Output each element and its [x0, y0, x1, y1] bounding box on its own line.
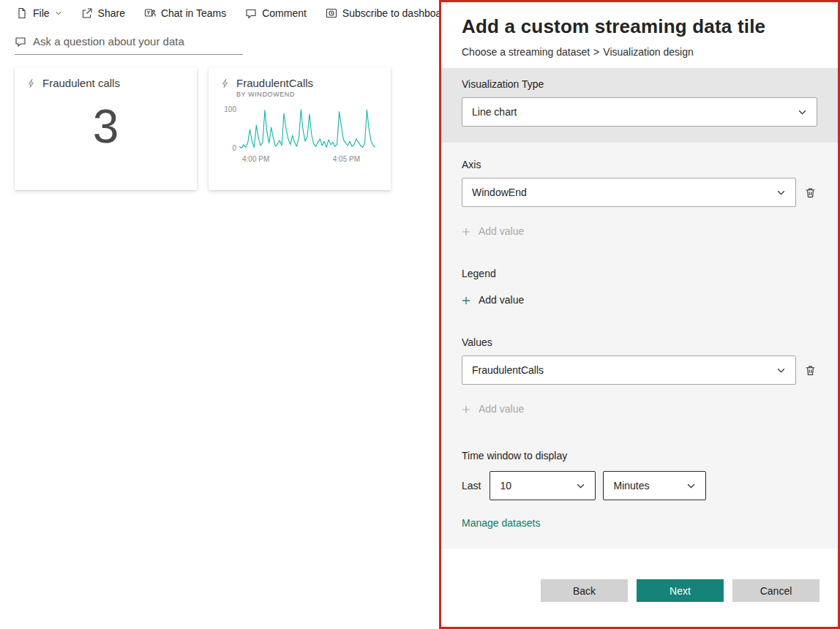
values-section: Values FraudulentCalls: [441, 336, 838, 415]
tile-subtitle: BY WINDOWEND: [236, 91, 379, 98]
legend-section: Legend Add value: [441, 268, 838, 306]
breadcrumb-step2: Visualization design: [603, 46, 694, 58]
panel-body: Visualization Type Line chart Axis Windo…: [441, 68, 838, 549]
values-remove-button[interactable]: [804, 364, 817, 377]
legend-add-value-button[interactable]: Add value: [462, 294, 524, 306]
x-axis-labels: 4:00 PM 4:05 PM: [242, 155, 379, 163]
tile-fraudulentcalls-chart[interactable]: FraudulentCalls BY WINDOWEND 100 0 4:00 …: [209, 67, 391, 190]
time-window-section: Time window to display Last 10 Minutes: [441, 450, 838, 530]
x-tick-start: 4:00 PM: [242, 155, 269, 163]
time-window-unit-value: Minutes: [613, 480, 649, 491]
toolbar-comment-label: Comment: [262, 7, 307, 19]
values-value: FraudulentCalls: [472, 364, 544, 376]
y-tick-max: 100: [224, 105, 236, 113]
chevron-down-icon: [55, 10, 62, 17]
axis-add-value-label: Add value: [479, 225, 524, 237]
axis-dropdown[interactable]: WindowEnd: [462, 178, 796, 207]
tile-card-value: 3: [26, 99, 185, 154]
plus-icon: [462, 404, 470, 413]
tile-fraudulent-calls[interactable]: Fraudulent calls 3: [15, 67, 197, 190]
toolbar-teams-button[interactable]: Chat in Teams: [144, 7, 226, 19]
panel-header: Add a custom streaming data tile Choose …: [441, 2, 838, 68]
cancel-button[interactable]: Cancel: [732, 579, 820, 602]
toolbar-file-label: File: [33, 7, 50, 19]
line-chart: 100 0: [220, 105, 379, 152]
legend-label: Legend: [462, 268, 817, 279]
toolbar: File Share Chat in Teams: [0, 0, 439, 26]
time-window-label: Time window to display: [462, 450, 817, 462]
y-tick-min: 0: [232, 144, 236, 152]
axis-add-value-button[interactable]: Add value: [462, 225, 524, 237]
share-icon: [81, 7, 93, 19]
visualization-type-section: Visualization Type Line chart: [441, 68, 838, 143]
next-button[interactable]: Next: [637, 579, 724, 602]
tile-title: Fraudulent calls: [42, 77, 120, 89]
toolbar-subscribe-label: Subscribe to dashboard: [342, 7, 451, 19]
sparkline-chart: [239, 105, 375, 152]
qa-search-box[interactable]: [15, 35, 243, 55]
toolbar-comment-button[interactable]: Comment: [245, 7, 307, 19]
chevron-down-icon: [576, 481, 585, 491]
qa-bubble-icon: [15, 36, 26, 48]
qa-input[interactable]: [33, 35, 243, 48]
tile-header: FraudulentCalls: [220, 77, 379, 89]
tile-title: FraudulentCalls: [236, 77, 313, 89]
trash-icon: [804, 364, 817, 377]
legend-add-value-label: Add value: [479, 294, 524, 306]
lightning-icon: [220, 78, 230, 88]
tile-header: Fraudulent calls: [26, 77, 185, 89]
subscribe-icon: [326, 7, 337, 19]
toolbar-subscribe-button[interactable]: Subscribe to dashboard: [326, 7, 451, 19]
breadcrumb: Choose a streaming dataset>Visualization…: [462, 46, 817, 58]
panel-footer: Back Next Cancel: [441, 549, 838, 627]
visualization-type-label: Visualization Type: [462, 78, 817, 90]
screen: File Share Chat in Teams: [0, 0, 840, 629]
time-window-unit-dropdown[interactable]: Minutes: [603, 471, 706, 500]
axis-label: Axis: [462, 159, 817, 170]
breadcrumb-separator: >: [593, 46, 599, 58]
visualization-type-value: Line chart: [472, 106, 517, 118]
dashboard-tiles: Fraudulent calls 3 FraudulentCalls BY WI…: [15, 67, 391, 190]
values-label: Values: [462, 336, 817, 348]
chevron-down-icon: [686, 481, 696, 491]
streaming-tile-panel: Add a custom streaming data tile Choose …: [439, 0, 840, 629]
axis-remove-button[interactable]: [804, 186, 817, 199]
axis-value: WindowEnd: [472, 187, 527, 198]
time-window-amount-value: 10: [500, 480, 511, 491]
values-add-value-label: Add value: [479, 403, 524, 415]
y-axis-labels: 100 0: [220, 105, 239, 152]
values-dropdown[interactable]: FraudulentCalls: [462, 355, 796, 385]
plus-icon: [462, 295, 470, 304]
visualization-type-dropdown[interactable]: Line chart: [462, 97, 817, 127]
values-add-value-button[interactable]: Add value: [462, 403, 524, 415]
toolbar-file-button[interactable]: File: [16, 7, 62, 19]
teams-icon: [144, 7, 156, 19]
dashboard-background: File Share Chat in Teams: [0, 0, 439, 629]
comment-icon: [245, 7, 257, 19]
panel-title: Add a custom streaming data tile: [462, 15, 817, 38]
lightning-icon: [26, 78, 37, 88]
toolbar-share-button[interactable]: Share: [81, 7, 125, 19]
axis-section: Axis WindowEnd: [441, 159, 838, 237]
x-tick-end: 4:05 PM: [333, 155, 360, 163]
toolbar-share-label: Share: [98, 7, 125, 19]
breadcrumb-step1: Choose a streaming dataset: [462, 46, 590, 58]
chevron-down-icon: [798, 108, 807, 117]
file-icon: [16, 7, 28, 19]
time-window-amount-dropdown[interactable]: 10: [490, 471, 596, 500]
manage-datasets-link[interactable]: Manage datasets: [462, 517, 540, 529]
trash-icon: [804, 187, 817, 199]
chevron-down-icon: [776, 366, 786, 375]
plus-icon: [462, 227, 470, 236]
toolbar-teams-label: Chat in Teams: [161, 7, 226, 19]
time-window-last-label: Last: [462, 480, 481, 491]
back-button[interactable]: Back: [541, 579, 628, 602]
chevron-down-icon: [776, 188, 786, 197]
